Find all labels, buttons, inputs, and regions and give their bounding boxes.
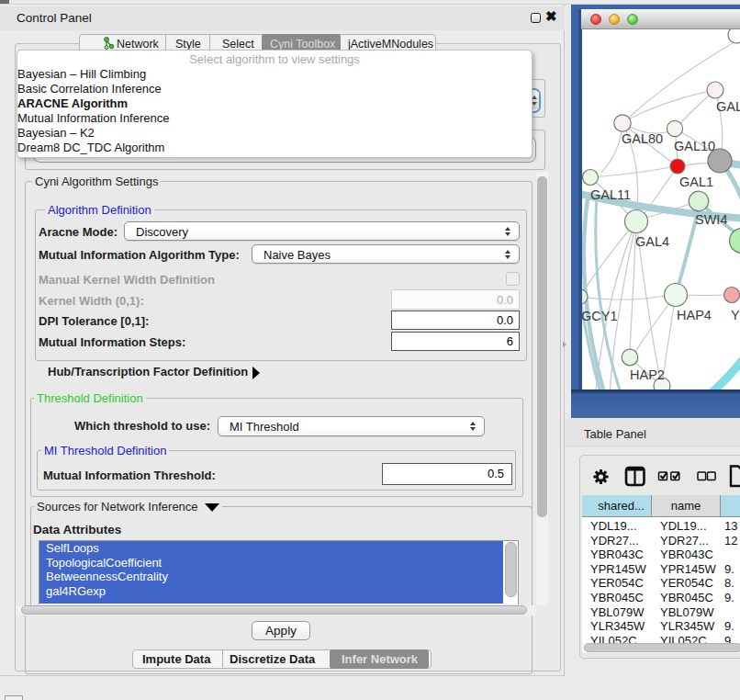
svg-text:SWI4: SWI4 — [695, 212, 727, 227]
svg-text:GAL80: GAL80 — [622, 131, 663, 146]
svg-text:GAL4: GAL4 — [635, 234, 669, 249]
svg-text:GAL1: GAL1 — [679, 175, 713, 189]
svg-text:HAP2: HAP2 — [630, 367, 665, 382]
svg-text:HAP4: HAP4 — [677, 308, 712, 322]
svg-text:YJ: YJ — [731, 308, 740, 322]
svg-text:GAL2: GAL2 — [716, 99, 740, 114]
svg-text:GAL11: GAL11 — [590, 187, 631, 202]
svg-text:GAL10: GAL10 — [674, 139, 715, 153]
svg-text:GCY1: GCY1 — [582, 309, 618, 323]
